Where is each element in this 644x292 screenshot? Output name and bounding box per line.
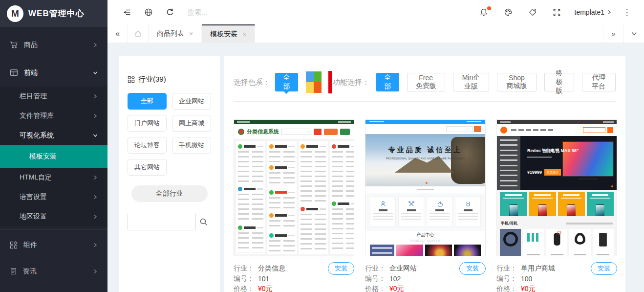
refresh-icon[interactable] — [159, 0, 181, 24]
preview-strip — [365, 186, 485, 193]
sidebar-collapse-icon[interactable] — [116, 0, 138, 24]
install-button[interactable]: 安装 — [591, 262, 617, 275]
swatch-orange[interactable] — [314, 82, 322, 93]
industry-button-mall[interactable]: 网上商城 — [172, 115, 211, 132]
industry-button-enterprise[interactable]: 企业网站 — [172, 93, 211, 110]
chevron-right-icon — [93, 94, 98, 99]
preview-headline: 专业品质 诚信至上 — [365, 146, 485, 155]
medal-icon — [464, 200, 472, 208]
home-tab-icon[interactable] — [128, 24, 149, 43]
sidebar-item-template-install[interactable]: 模板安装 — [0, 145, 107, 168]
industry-button-forum[interactable]: 论坛博客 — [128, 137, 167, 154]
chevron-right-icon — [93, 214, 98, 219]
function-button-shop[interactable]: Shop商城版 — [497, 73, 536, 91]
function-all-button[interactable]: 全部 — [376, 73, 399, 91]
cart-icon — [10, 41, 18, 49]
sidebar-item-frontend[interactable]: 前端 — [0, 59, 107, 87]
sidebar-item-language-settings[interactable]: 语言设置 — [0, 187, 107, 207]
swatch-yellow[interactable] — [306, 82, 314, 93]
template-meta: 行业： 企业网站 安装 编号： 102 价格： ¥0元 — [365, 256, 486, 292]
function-button-free[interactable]: Free免费版 — [407, 73, 445, 91]
thumbs-up-icon — [436, 200, 444, 208]
preview-orange-button — [324, 129, 338, 135]
template-filters: 选择色系： 全部 功能选择： 全部 Free免费版 Min企业版 Shop商城版… — [234, 71, 616, 93]
color-swatch-grid[interactable] — [306, 71, 322, 93]
industry-button-other[interactable]: 其它网站 — [128, 159, 167, 176]
sidebar-item-products[interactable]: 商品 — [0, 31, 107, 59]
main-column: template1 ⋮ « 商品列表 × 模板安装 × » 行业(39) — [107, 0, 644, 292]
sidebar-item-file-library[interactable]: 文件管理库 — [0, 106, 107, 126]
swatch-red[interactable] — [328, 71, 332, 93]
install-button[interactable]: 安装 — [328, 262, 354, 275]
preview-feature-boxes — [365, 193, 485, 231]
template-thumbnail[interactable]: 分类信息系统 — [234, 119, 354, 256]
chevron-right-icon — [93, 243, 98, 247]
swatch-green[interactable] — [314, 71, 322, 82]
sidebar-item-label: 资讯 — [23, 267, 37, 276]
tabs-scroll-left-icon[interactable]: « — [107, 24, 128, 43]
app-logo: M WEB管理中心 — [0, 0, 107, 27]
tag-icon[interactable] — [523, 0, 542, 24]
function-button-min[interactable]: Min企业版 — [453, 73, 489, 91]
sidebar-item-label: 模板安装 — [29, 152, 57, 161]
preview-preorder-button: 抢先预订 — [544, 169, 561, 176]
preview-price: ¥19999 — [527, 170, 542, 175]
preview-product-name: Redmi 智能电视 MAX 98" — [527, 148, 617, 154]
globe-icon[interactable] — [138, 0, 159, 24]
more-menu-icon[interactable]: ⋮ — [620, 7, 634, 18]
global-search-input[interactable] — [188, 8, 315, 16]
search-icon[interactable] — [196, 214, 211, 230]
industry-button-mobile[interactable]: 手机微站 — [172, 137, 211, 154]
code-label: 编号： — [496, 274, 517, 283]
logo-badge: M — [7, 5, 23, 22]
template-thumbnail[interactable]: 专业品质 诚信至上 PROFESSIONAL QUALITY AND HONES… — [365, 119, 486, 256]
sidebar-item-news[interactable]: 资讯 — [0, 257, 107, 285]
template-card-corporate: 专业品质 诚信至上 PROFESSIONAL QUALITY AND HONES… — [365, 119, 486, 292]
fullscreen-icon[interactable] — [547, 0, 567, 24]
chevron-right-icon — [93, 175, 98, 180]
tabs-scroll-right-icon[interactable]: » — [603, 24, 623, 43]
close-icon[interactable]: × — [242, 30, 246, 38]
sidebar-item-html-custom[interactable]: HTML自定 — [0, 168, 107, 187]
theme-palette-icon[interactable] — [498, 0, 518, 24]
color-all-button[interactable]: 全部 — [275, 73, 298, 91]
template-thumbnail[interactable]: Redmi 智能电视 MAX 98" ¥19999 抢先预订 — [496, 119, 617, 256]
industry-button-all[interactable]: 全部 — [128, 93, 167, 110]
template-switcher[interactable]: template1 — [572, 8, 615, 16]
install-button[interactable]: 安装 — [459, 262, 486, 275]
all-industries-button[interactable]: 全部行业 — [131, 185, 208, 202]
function-filter-label: 功能选择： — [333, 78, 369, 87]
template-meta: 行业： 分类信息 安装 编号： 101 价格： ¥0元 — [234, 256, 354, 292]
sidebar-item-visual-system[interactable]: 可视化系统 — [0, 126, 107, 145]
industry-search-input[interactable] — [128, 214, 196, 230]
band-image — [575, 233, 585, 245]
close-icon[interactable]: × — [189, 30, 193, 38]
chevron-right-icon — [93, 195, 98, 200]
sidebar-item-components[interactable]: 组件 — [0, 229, 107, 257]
notifications-bell-icon[interactable] — [474, 0, 494, 24]
preview-product-image — [396, 245, 423, 256]
tab-template-install[interactable]: 模板安装 × — [202, 24, 255, 43]
preview-green-button — [340, 129, 350, 135]
preview-search-button — [474, 126, 481, 132]
preview-topbar — [234, 120, 354, 124]
tab-product-list[interactable]: 商品列表 × — [149, 24, 202, 43]
industry-button-portal[interactable]: 门户网站 — [128, 115, 167, 132]
template-card-mall: Redmi 智能电视 MAX 98" ¥19999 抢先预订 — [496, 119, 617, 292]
chevron-down-icon — [93, 70, 98, 75]
sidebar-item-column-management[interactable]: 栏目管理 — [0, 87, 107, 106]
preview-topbar — [497, 120, 617, 124]
tabs-menu-icon[interactable] — [623, 24, 644, 43]
function-button-agent[interactable]: 代理平台 — [582, 73, 616, 91]
components-icon — [10, 241, 18, 249]
content-area: 行业(39) 全部 企业网站 门户网站 网上商城 论坛博客 手机微站 其它网站 … — [107, 43, 644, 292]
sidebar-item-region-settings[interactable]: 地区设置 — [0, 207, 107, 226]
preview-product-cards — [497, 227, 617, 256]
preview-search-box — [446, 126, 472, 132]
price-label: 价格： — [365, 285, 386, 292]
sidebar-item-label: 栏目管理 — [20, 92, 47, 101]
code-label: 编号： — [234, 274, 254, 283]
function-button-ultimate[interactable]: 终极版 — [544, 73, 574, 91]
speaker-image — [554, 233, 560, 246]
swatch-blue[interactable] — [306, 71, 314, 82]
